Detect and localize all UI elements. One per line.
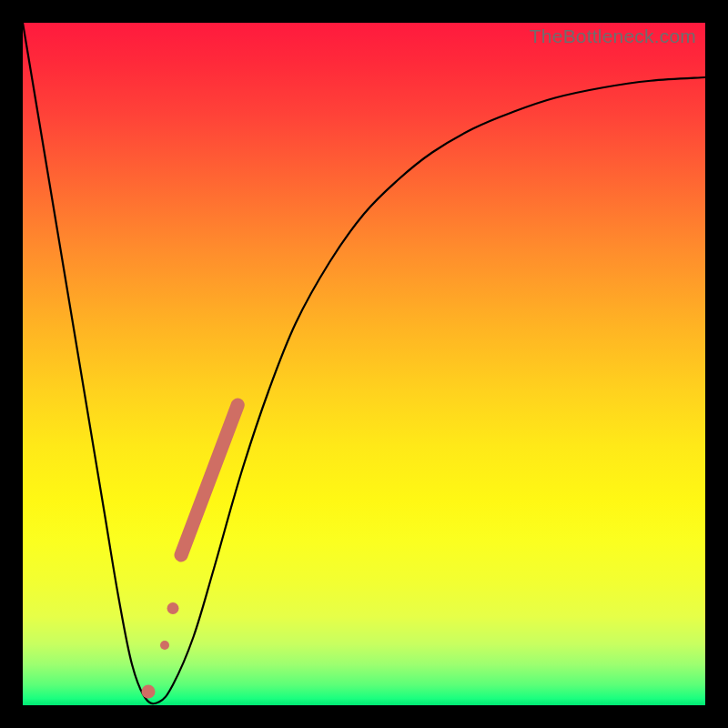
- dot-low: [142, 685, 156, 699]
- marker-layer: [142, 405, 238, 699]
- dot-mid: [160, 641, 169, 650]
- plot-area: TheBottleneck.com: [23, 23, 705, 705]
- chart-frame: TheBottleneck.com: [0, 0, 728, 728]
- dot-upper: [167, 602, 179, 614]
- bottleneck-curve: [23, 23, 705, 703]
- chart-svg: [23, 23, 705, 705]
- thick-segment: [181, 405, 238, 555]
